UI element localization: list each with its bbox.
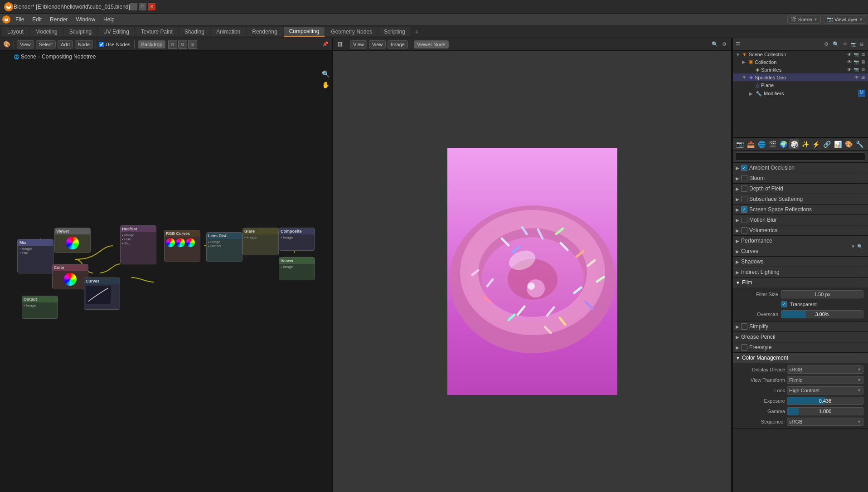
- backdrop-toggle[interactable]: Backdrop: [138, 40, 165, 49]
- mb-header[interactable]: ▶ Motion Blur ···: [733, 215, 868, 225]
- node-item-color1[interactable]: Hue/Sat • Image • Hue • Sat: [120, 225, 156, 264]
- node-item-lens[interactable]: Lens Dist. • Image • Distort: [206, 232, 242, 262]
- node-canvas[interactable]: 🌐 Scene › Compositing Nodetree 🔍 ✋: [0, 51, 332, 492]
- select-menu[interactable]: Select: [36, 40, 56, 49]
- sss-check[interactable]: [741, 196, 747, 202]
- viewer-main[interactable]: [333, 51, 731, 492]
- node-item-composite[interactable]: Composite • Image: [279, 228, 315, 251]
- props-icon-material[interactable]: 🎨: [844, 139, 853, 149]
- add-menu[interactable]: Add: [58, 40, 73, 49]
- maximize-button[interactable]: □: [139, 3, 146, 10]
- il-header[interactable]: ▶ Indirect Lighting ···: [733, 267, 868, 277]
- coll-render-icon[interactable]: 📷: [853, 59, 859, 64]
- node-item-viewer2[interactable]: Viewer • Image: [279, 257, 315, 280]
- curves-header[interactable]: ▶ Curves ···: [733, 246, 868, 256]
- simplify-check[interactable]: [741, 323, 747, 330]
- scene-viewport-icon[interactable]: 🖥: [861, 52, 865, 57]
- tab-shading[interactable]: Shading: [179, 27, 210, 36]
- tree-scene-collection[interactable]: ▼ ▼ Scene Collection 👁 📷 🖥: [733, 51, 868, 58]
- spr-eye-icon[interactable]: 👁: [847, 67, 852, 72]
- tab-animation[interactable]: Animation: [211, 27, 246, 36]
- bloom-check[interactable]: [741, 175, 747, 181]
- bloom-header[interactable]: ▶ Bloom ···: [733, 173, 868, 183]
- coll-eye-icon[interactable]: 👁: [847, 59, 852, 64]
- spr-viewport-icon[interactable]: 🖥: [861, 67, 865, 72]
- cm-header[interactable]: ▼ Color Management ···: [733, 353, 868, 363]
- backdrop-icon2[interactable]: G: [178, 40, 187, 49]
- scene-render-icon[interactable]: 📷: [853, 52, 859, 57]
- shadows-header[interactable]: ▶ Shadows ···: [733, 257, 868, 267]
- viewer-view-menu[interactable]: View: [350, 40, 367, 49]
- menu-edit[interactable]: Edit: [29, 15, 45, 24]
- backdrop-icon3[interactable]: B: [188, 40, 197, 49]
- exposure-bar[interactable]: 0.438: [787, 397, 863, 405]
- node-pin-icon[interactable]: 📌: [321, 40, 330, 49]
- tree-plane[interactable]: △ Plane: [733, 81, 868, 89]
- sequencer-select[interactable]: sRGB ▼: [787, 418, 863, 426]
- geo-viewport-icon[interactable]: 🖥: [861, 75, 865, 80]
- tab-compositing[interactable]: Compositing: [284, 27, 325, 37]
- perf-header[interactable]: ▶ Performance ···: [733, 236, 868, 246]
- props-icon-scene[interactable]: 🎬: [767, 139, 777, 149]
- gp-header[interactable]: ▶ Grease Pencil ···: [733, 332, 868, 342]
- overscan-value[interactable]: 3.00%: [781, 310, 863, 318]
- mb-check[interactable]: [741, 217, 747, 223]
- view-transform-select[interactable]: Filmic ▼: [787, 376, 863, 384]
- tab-add[interactable]: +: [412, 27, 422, 37]
- panel-type-icon[interactable]: 🎨: [3, 40, 11, 49]
- transparent-checkbox[interactable]: ✓: [781, 301, 787, 307]
- tree-sprinkles-geo[interactable]: ▼ ◈ Sprinkles Geo 👁 🖥: [733, 73, 868, 81]
- viewer-settings-icon[interactable]: ⚙: [720, 40, 728, 49]
- minimize-button[interactable]: –: [130, 3, 137, 10]
- filter-size-value[interactable]: 1.50 px: [781, 290, 863, 298]
- props-icon-object[interactable]: 🎲: [789, 139, 799, 149]
- ssr-check[interactable]: ✓: [741, 206, 747, 213]
- ssr-header[interactable]: ▶ ✓ Screen Space Reflections ···: [733, 205, 868, 214]
- simplify-header[interactable]: ▶ Simplify ···: [733, 322, 868, 331]
- spr-render-icon[interactable]: 📷: [853, 67, 859, 72]
- node-menu[interactable]: Node: [75, 40, 93, 49]
- viewer-image-menu[interactable]: Image: [388, 40, 408, 49]
- backdrop-icon1[interactable]: R: [168, 40, 177, 49]
- tree-collection[interactable]: ▶ ▣ Collection 👁 📷 🖥: [733, 58, 868, 66]
- vol-check[interactable]: [741, 227, 747, 234]
- menu-render[interactable]: Render: [46, 15, 71, 24]
- tab-scripting[interactable]: Scripting: [378, 27, 411, 36]
- props-scroll[interactable]: ▶ ✓ Ambient Occlusion ··· ▶ Bloom ···: [733, 163, 868, 492]
- tab-geometry-nodes[interactable]: Geometry Nodes: [325, 27, 378, 36]
- props-icon-physics[interactable]: ⚡: [811, 139, 821, 149]
- menu-file[interactable]: File: [12, 15, 28, 24]
- tab-layout[interactable]: Layout: [2, 27, 29, 36]
- fs-check[interactable]: [741, 344, 747, 351]
- props-icon-output[interactable]: 📤: [746, 139, 756, 149]
- tree-modifiers[interactable]: ▶ 🔧 Modifiers M: [733, 89, 868, 98]
- tab-sculpting[interactable]: Sculpting: [64, 27, 97, 36]
- dof-header[interactable]: ▶ Depth of Field ···: [733, 184, 868, 194]
- props-icon-data[interactable]: 📊: [833, 139, 843, 149]
- tab-rendering[interactable]: Rendering: [247, 27, 282, 36]
- outliner-search-icon[interactable]: 🔍: [832, 40, 840, 49]
- ambient-occlusion-header[interactable]: ▶ ✓ Ambient Occlusion ···: [733, 163, 868, 173]
- node-item-small[interactable]: Output • Image: [22, 296, 58, 319]
- use-nodes-checkbox-container[interactable]: Use Nodes: [99, 42, 130, 47]
- display-device-select[interactable]: sRGB ▼: [787, 365, 863, 374]
- viewer-node-btn[interactable]: Viewer Node: [414, 40, 449, 49]
- viewer-zoom-icon[interactable]: 🔍: [711, 40, 719, 49]
- vol-header[interactable]: ▶ Volumetrics ···: [733, 225, 868, 235]
- zoom-icon[interactable]: 🔍: [320, 69, 330, 79]
- node-item-rgb[interactable]: RGB Curves: [164, 230, 200, 262]
- film-header[interactable]: ▼ Film ···: [733, 278, 868, 287]
- fs-header[interactable]: ▶ Freestyle ···: [733, 342, 868, 352]
- props-search-input[interactable]: [736, 152, 865, 161]
- view-menu[interactable]: View: [17, 40, 34, 49]
- viewlayer-selector[interactable]: 📷 ViewLayer ▼: [824, 15, 866, 24]
- node-item[interactable]: Color: [52, 264, 88, 289]
- dof-check[interactable]: [741, 185, 747, 192]
- close-button[interactable]: ✕: [148, 3, 155, 10]
- props-icon-modifiers[interactable]: 🔧: [854, 139, 864, 149]
- tab-uv-editing[interactable]: UV Editing: [98, 27, 135, 36]
- hand-icon[interactable]: ✋: [320, 80, 330, 90]
- gamma-bar[interactable]: 1.000: [787, 407, 863, 415]
- tree-sprinkles[interactable]: ◈ Sprinkles 👁 📷 🖥: [733, 66, 868, 73]
- props-icon-render[interactable]: 📷: [735, 139, 745, 149]
